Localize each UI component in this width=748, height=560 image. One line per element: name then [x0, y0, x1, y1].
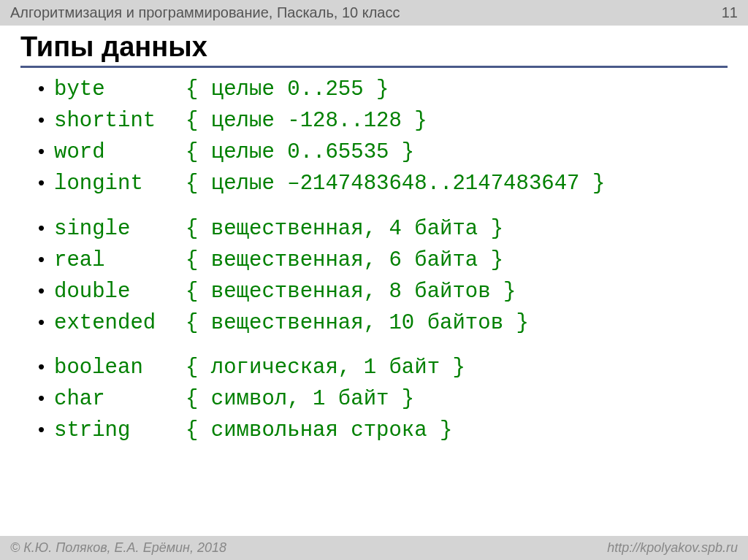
bullet-icon: •	[38, 215, 54, 241]
type-row: • real { вещественная, 6 байта }	[38, 246, 728, 275]
type-desc: { целые -128..128 }	[186, 107, 427, 135]
type-row: • single { вещественная, 4 байта }	[38, 215, 728, 243]
type-row: • byte { целые 0..255 }	[38, 75, 728, 104]
slide-footer: © К.Ю. Поляков, Е.А. Ерёмин, 2018 http:/…	[0, 536, 748, 560]
type-row: • word { целые 0..65535 }	[38, 138, 728, 166]
type-name: boolean	[54, 353, 186, 382]
type-name: char	[54, 385, 186, 413]
group-separator	[38, 202, 728, 215]
type-row: • double { вещественная, 8 байтов }	[38, 277, 728, 306]
slide-header: Алгоритмизация и программирование, Паска…	[0, 0, 748, 26]
slide-title: Типы данных	[20, 31, 728, 68]
type-name: word	[54, 138, 186, 166]
type-name: double	[54, 277, 186, 306]
footer-copyright: © К.Ю. Поляков, Е.А. Ерёмин, 2018	[10, 540, 226, 556]
bullet-icon: •	[38, 170, 54, 196]
type-row: • longint { целые –2147483648..214748364…	[38, 169, 728, 198]
type-desc: { целые 0..255 }	[186, 75, 389, 104]
type-desc: { вещественная, 8 байтов }	[186, 277, 516, 306]
bullet-icon: •	[38, 310, 54, 335]
type-name: longint	[54, 169, 186, 198]
footer-url: http://kpolyakov.spb.ru	[607, 540, 738, 556]
type-name: shortint	[54, 107, 186, 135]
type-desc: { логическая, 1 байт }	[186, 353, 465, 382]
type-row: • extended { вещественная, 10 байтов }	[38, 309, 728, 337]
bullet-icon: •	[38, 139, 54, 164]
type-name: string	[54, 416, 186, 445]
type-desc: { символьная строка }	[186, 416, 452, 445]
type-desc: { целые –2147483648..2147483647 }	[186, 169, 605, 198]
header-left: Алгоритмизация и программирование, Паска…	[10, 4, 400, 21]
bullet-icon: •	[38, 354, 54, 380]
type-row: • string { символьная строка }	[38, 416, 728, 445]
type-name: byte	[54, 75, 186, 104]
page-number: 11	[722, 4, 738, 21]
type-desc: { вещественная, 6 байта }	[186, 246, 503, 275]
type-desc: { вещественная, 10 байтов }	[186, 309, 529, 337]
type-desc: { вещественная, 4 байта }	[186, 215, 503, 243]
type-name: extended	[54, 309, 186, 337]
bullet-icon: •	[38, 247, 54, 272]
bullet-icon: •	[38, 417, 54, 442]
bullet-icon: •	[38, 107, 54, 133]
type-name: real	[54, 246, 186, 275]
group-separator	[38, 340, 728, 353]
type-desc: { целые 0..65535 }	[186, 138, 414, 166]
bullet-icon: •	[38, 278, 54, 304]
type-row: • boolean { логическая, 1 байт }	[38, 353, 728, 382]
type-row: • char { символ, 1 байт }	[38, 385, 728, 413]
type-name: single	[54, 215, 186, 243]
type-list: • byte { целые 0..255 } • shortint { цел…	[20, 75, 728, 445]
slide-content: Типы данных • byte { целые 0..255 } • sh…	[0, 26, 748, 445]
type-row: • shortint { целые -128..128 }	[38, 107, 728, 135]
bullet-icon: •	[38, 76, 54, 101]
bullet-icon: •	[38, 386, 54, 411]
type-desc: { символ, 1 байт }	[186, 385, 414, 413]
